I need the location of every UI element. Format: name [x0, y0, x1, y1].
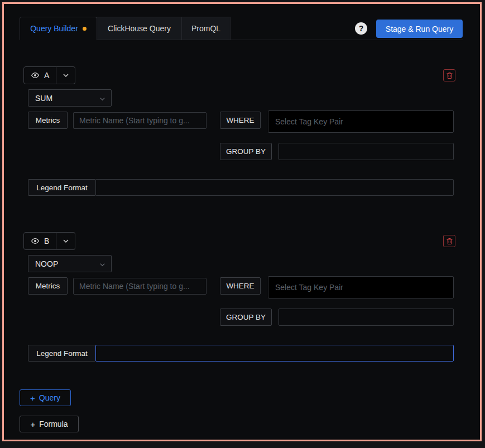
plus-icon: + — [30, 420, 35, 428]
query-collapse-button[interactable] — [56, 232, 75, 250]
tab-label: ClickHouse Query — [108, 24, 171, 33]
group-by-input[interactable] — [278, 143, 454, 160]
tab-clickhouse-query[interactable]: ClickHouse Query — [97, 17, 182, 40]
query-visibility-button[interactable]: A — [23, 66, 56, 84]
metric-name-input[interactable] — [73, 112, 207, 129]
chevron-down-icon — [63, 72, 69, 79]
group-by-input[interactable] — [278, 309, 454, 326]
add-query-button[interactable]: + Query — [20, 389, 71, 406]
where-label: WHERE — [220, 277, 261, 295]
query-section-a: A SUM Metrics WHERE GROUP BY Legend For — [0, 66, 485, 200]
aggregation-value: SUM — [35, 94, 52, 103]
legend-format-label: Legend Format — [28, 179, 96, 196]
trash-icon — [446, 72, 453, 79]
query-builder-screen: Query Builder ClickHouse Query PromQL ? … — [0, 0, 485, 448]
select-chevron-down-icon — [99, 261, 105, 269]
plus-icon: + — [30, 394, 35, 402]
aggregation-select[interactable]: NOOP — [28, 255, 112, 272]
query-toggle-group: B — [23, 232, 75, 250]
tab-label: Query Builder — [30, 24, 78, 33]
tab-label: PromQL — [191, 24, 220, 33]
query-toggle-group: A — [23, 66, 75, 84]
query-letter: B — [44, 237, 49, 245]
where-tag-select-input[interactable] — [268, 110, 454, 133]
delete-query-button[interactable] — [443, 235, 455, 247]
add-query-label: Query — [39, 393, 60, 402]
legend-format-input[interactable] — [95, 179, 454, 196]
eye-icon — [31, 72, 40, 79]
stage-run-query-button[interactable]: Stage & Run Query — [376, 20, 463, 38]
tab-query-builder[interactable]: Query Builder — [20, 17, 97, 40]
metric-name-input[interactable] — [73, 278, 207, 295]
eye-icon — [31, 238, 40, 244]
unsaved-changes-dot-icon — [83, 27, 87, 31]
chevron-down-icon — [63, 238, 69, 244]
query-visibility-button[interactable]: B — [23, 232, 56, 250]
tab-promql[interactable]: PromQL — [181, 17, 231, 40]
group-by-label: GROUP BY — [220, 309, 272, 326]
aggregation-select[interactable]: SUM — [28, 89, 112, 107]
legend-format-label: Legend Format — [28, 345, 96, 362]
query-letter: A — [44, 71, 49, 80]
metrics-label: Metrics — [28, 112, 68, 129]
add-formula-button[interactable]: + Formula — [20, 416, 79, 432]
legend-format-input[interactable] — [95, 345, 454, 362]
delete-query-button[interactable] — [443, 69, 455, 81]
question-mark-icon: ? — [359, 24, 364, 33]
query-section-b: B NOOP Metrics WHERE GROUP BY Legend Fo — [0, 232, 485, 366]
add-formula-label: Formula — [39, 420, 68, 428]
query-collapse-button[interactable] — [56, 66, 75, 84]
where-label: WHERE — [220, 112, 261, 129]
where-tag-select-input[interactable] — [268, 276, 454, 298]
metrics-label: Metrics — [28, 277, 68, 295]
help-button[interactable]: ? — [355, 22, 367, 35]
trash-icon — [446, 238, 453, 245]
select-chevron-down-icon — [99, 95, 105, 104]
aggregation-value: NOOP — [35, 259, 58, 268]
group-by-label: GROUP BY — [220, 143, 272, 160]
